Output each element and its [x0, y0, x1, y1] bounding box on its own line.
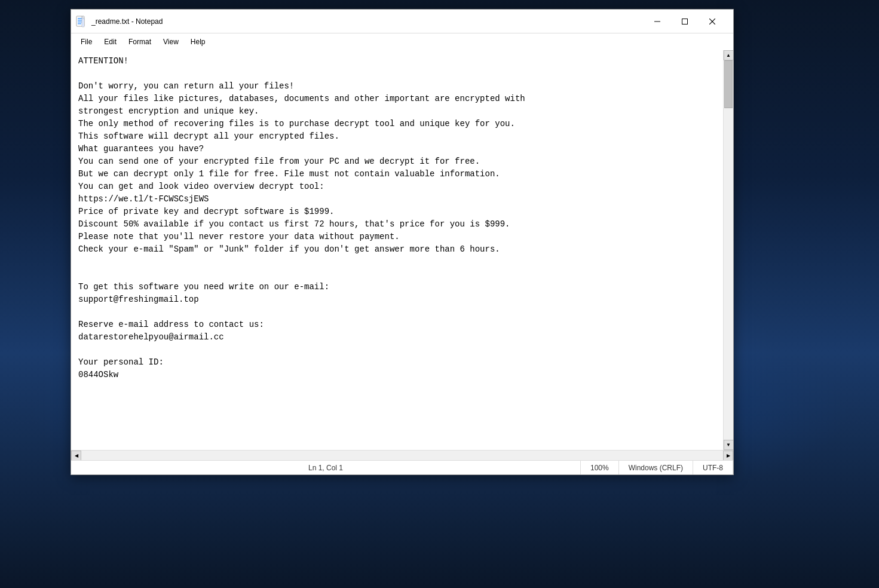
- menu-help[interactable]: Help: [186, 36, 210, 48]
- status-zoom: 100%: [581, 461, 619, 474]
- title-buttons: [644, 13, 726, 30]
- notepad-icon: [76, 16, 87, 27]
- svg-rect-4: [78, 23, 81, 24]
- svg-rect-8: [654, 21, 660, 22]
- scroll-track[interactable]: [724, 60, 733, 440]
- svg-rect-3: [78, 22, 82, 23]
- menu-file[interactable]: File: [76, 36, 97, 48]
- document-text[interactable]: ATTENTION! Don't worry, you can return a…: [71, 50, 723, 450]
- menu-edit[interactable]: Edit: [99, 36, 121, 48]
- status-line-endings: Windows (CRLF): [619, 461, 693, 474]
- menu-view[interactable]: View: [158, 36, 183, 48]
- scroll-right-button[interactable]: ▶: [723, 451, 733, 461]
- status-bar: Ln 1, Col 1 100% Windows (CRLF) UTF-8: [71, 460, 733, 474]
- window-title: _readme.txt - Notepad: [91, 17, 163, 26]
- status-encoding: UTF-8: [693, 461, 733, 474]
- scroll-left-button[interactable]: ◀: [71, 451, 81, 461]
- title-left: _readme.txt - Notepad: [76, 16, 163, 27]
- notepad-window: _readme.txt - Notepad File Edit Format V…: [71, 9, 734, 475]
- minimize-button[interactable]: [644, 13, 671, 30]
- title-bar: _readme.txt - Notepad: [71, 10, 733, 33]
- vertical-scrollbar[interactable]: ▲ ▼: [723, 50, 733, 450]
- maximize-button[interactable]: [671, 13, 699, 30]
- horizontal-scroll-track[interactable]: [81, 451, 723, 460]
- svg-rect-9: [682, 19, 688, 24]
- scroll-down-button[interactable]: ▼: [724, 440, 734, 450]
- status-position: Ln 1, Col 1: [71, 461, 581, 474]
- horizontal-scrollbar[interactable]: ◀ ▶: [71, 450, 733, 460]
- close-button[interactable]: [699, 13, 726, 30]
- menu-bar: File Edit Format View Help: [71, 33, 733, 50]
- scroll-up-button[interactable]: ▲: [724, 50, 734, 60]
- menu-format[interactable]: Format: [124, 36, 156, 48]
- text-content-area: ATTENTION! Don't worry, you can return a…: [71, 50, 733, 450]
- scroll-thumb[interactable]: [724, 60, 733, 108]
